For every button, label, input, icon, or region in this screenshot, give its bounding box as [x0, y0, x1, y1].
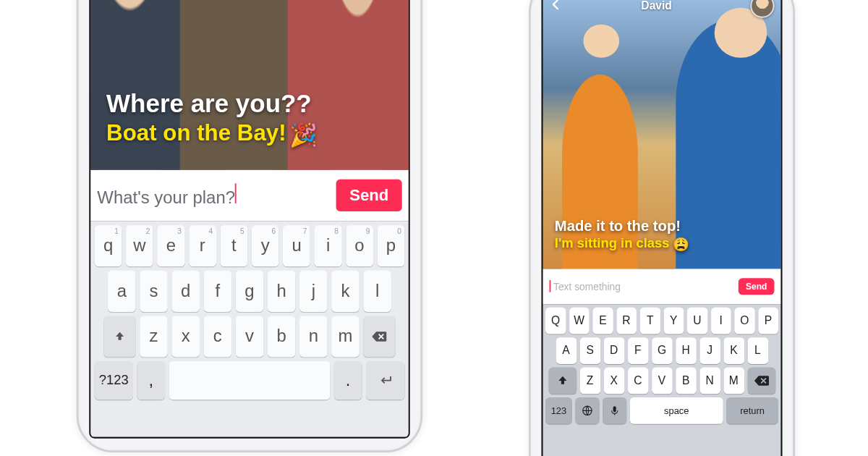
key-a[interactable]: a	[108, 270, 136, 311]
key-T[interactable]: T	[640, 308, 660, 334]
key-K[interactable]: K	[723, 337, 744, 364]
key-space[interactable]	[169, 361, 331, 400]
svg-rect-1	[613, 406, 616, 412]
key-return[interactable]: return	[726, 397, 778, 424]
key-V[interactable]: V	[652, 368, 673, 394]
key-x[interactable]: x	[171, 316, 200, 357]
key-i[interactable]: i8	[315, 225, 342, 266]
key-B[interactable]: B	[676, 368, 697, 394]
message-input[interactable]: Text something	[553, 281, 739, 292]
key-Y[interactable]: Y	[663, 308, 684, 334]
outgoing-message: I'm sitting in class	[555, 235, 670, 250]
key-O[interactable]: O	[734, 308, 754, 334]
key-w[interactable]: w2	[126, 225, 153, 266]
key-mod mic[interactable]	[603, 397, 626, 424]
key-F[interactable]: F	[628, 337, 649, 364]
key-W[interactable]: W	[569, 308, 590, 334]
key-r[interactable]: r4	[189, 225, 216, 266]
key-mod wide shift[interactable]	[104, 316, 136, 357]
key-.[interactable]: .	[334, 361, 362, 400]
chat-overlay-messages: Made it to the top! I'm sitting in class…	[555, 217, 769, 252]
key-L[interactable]: L	[747, 337, 768, 364]
key-,[interactable]: ,	[137, 361, 166, 400]
weary-face-icon: 😩	[673, 237, 689, 251]
screen: Linds Where are you?? Boat on the Bay! 🎉…	[89, 0, 409, 439]
key-b[interactable]: b	[268, 316, 296, 357]
message-input-bar: What's your plan? Send	[90, 170, 409, 221]
key-D[interactable]: D	[604, 337, 625, 364]
key-S[interactable]: S	[579, 337, 600, 364]
key-u[interactable]: u7	[283, 225, 310, 266]
key-s[interactable]: s	[140, 270, 168, 311]
key-d[interactable]: d	[171, 270, 200, 311]
key-N[interactable]: N	[699, 368, 720, 394]
chat-topbar: David	[542, 0, 780, 20]
key-P[interactable]: P	[758, 308, 778, 334]
key-h[interactable]: h	[268, 270, 296, 311]
key-e[interactable]: e3	[157, 225, 184, 266]
send-button[interactable]: Send	[739, 278, 774, 295]
key-Z[interactable]: Z	[579, 368, 600, 394]
message-input[interactable]: What's your plan?	[97, 183, 336, 208]
key-g[interactable]: g	[236, 270, 264, 311]
key-mod wide shift[interactable]	[548, 368, 576, 394]
key-X[interactable]: X	[604, 368, 625, 394]
key-space[interactable]: space	[630, 397, 723, 424]
key-R[interactable]: R	[616, 308, 637, 334]
key-J[interactable]: J	[699, 337, 720, 364]
back-button[interactable]	[550, 0, 563, 15]
key-f[interactable]: f	[204, 270, 232, 311]
key-n[interactable]: n	[299, 316, 328, 357]
key-A[interactable]: A	[556, 337, 576, 364]
outgoing-message: Boat on the Bay!	[106, 119, 286, 145]
key-o[interactable]: o9	[346, 225, 373, 266]
key-m[interactable]: m	[331, 316, 359, 357]
keyboard: q1w2e3r4t5y6u7i8o9p0 asdfghjkl zxcvbnm ?…	[90, 221, 409, 436]
key-mod wide bksp[interactable]	[747, 368, 775, 394]
key-U[interactable]: U	[687, 308, 707, 334]
key-l[interactable]: l	[363, 270, 391, 311]
key-G[interactable]: G	[652, 337, 673, 364]
chat-overlay-messages: Where are you?? Boat on the Bay! 🎉	[106, 90, 393, 148]
key-j[interactable]: j	[299, 270, 328, 311]
key-123[interactable]: 123	[545, 397, 572, 424]
chat-background-photo: Linds Where are you?? Boat on the Bay! 🎉	[90, 0, 409, 170]
chat-background-photo: David Made it to the top! I'm sitting in…	[542, 0, 780, 269]
key-q[interactable]: q1	[95, 225, 122, 266]
phone-left: Linds Where are you?? Boat on the Bay! 🎉…	[77, 0, 422, 452]
key-c[interactable]: c	[204, 316, 232, 357]
send-button[interactable]: Send	[336, 180, 402, 211]
key-mod enter[interactable]	[366, 361, 404, 400]
key-E[interactable]: E	[592, 308, 613, 334]
key-I[interactable]: I	[711, 308, 731, 334]
message-input-bar: Text something Send	[542, 269, 780, 304]
key-y[interactable]: y6	[252, 225, 279, 266]
contact-name: David	[641, 0, 672, 12]
key-p[interactable]: p0	[377, 225, 404, 266]
key-mod wide bksp[interactable]	[363, 316, 395, 357]
key-H[interactable]: H	[676, 337, 697, 364]
keyboard: QWERTYUIOP ASDFGHJKL ZXCVBNM 123spaceret…	[542, 304, 780, 456]
key-k[interactable]: k	[331, 270, 359, 311]
party-popper-icon: 🎉	[289, 122, 318, 148]
incoming-message: Where are you??	[106, 90, 393, 119]
key-mod globe[interactable]	[575, 397, 599, 424]
key-C[interactable]: C	[628, 368, 649, 394]
key-t[interactable]: t5	[220, 225, 247, 266]
avatar[interactable]	[750, 0, 774, 18]
key-Q[interactable]: Q	[545, 308, 566, 334]
phone-right: David Made it to the top! I'm sitting in…	[529, 0, 795, 456]
incoming-message: Made it to the top!	[555, 217, 769, 235]
key-M[interactable]: M	[723, 368, 744, 394]
key-v[interactable]: v	[236, 316, 264, 357]
key-z[interactable]: z	[140, 316, 168, 357]
screen: David Made it to the top! I'm sitting in…	[541, 0, 782, 456]
key-?123[interactable]: ?123	[95, 361, 133, 400]
